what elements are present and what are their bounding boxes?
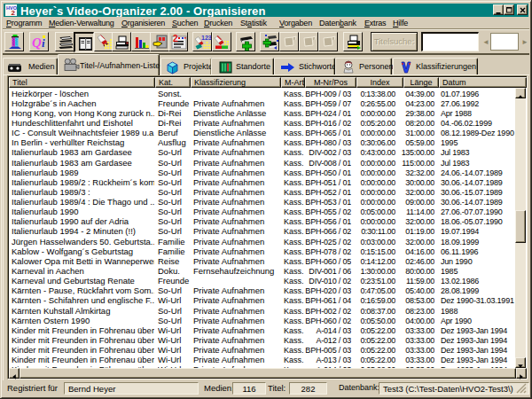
svg-text:Q: Q [32,35,42,50]
svg-text:123: 123 [201,35,212,41]
svg-text:2: 2 [173,34,178,43]
svg-text:2: 2 [12,9,16,16]
svg-text:i: i [42,36,45,50]
